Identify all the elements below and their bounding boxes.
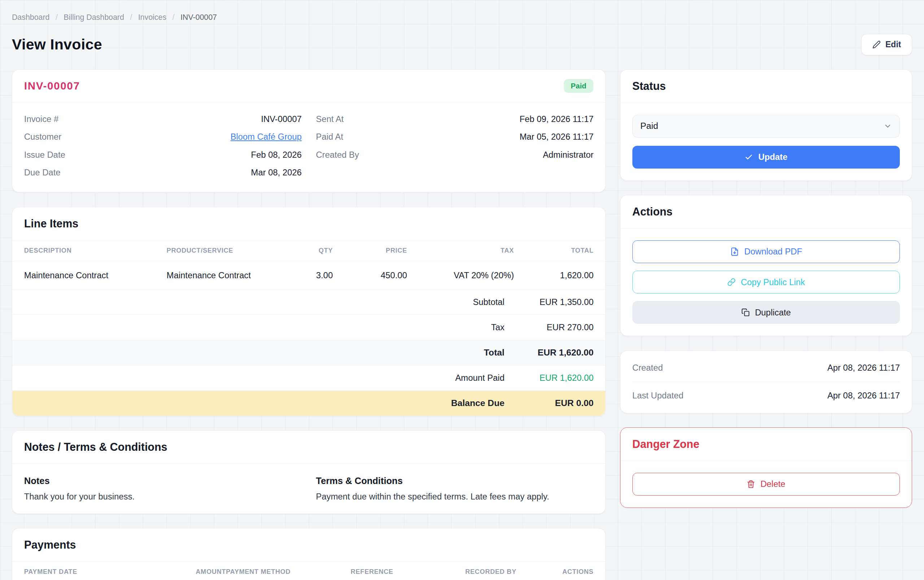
meta-value: Apr 08, 2026 11:17 xyxy=(827,391,900,400)
check-icon xyxy=(744,153,753,161)
summary-row: Balance Due EUR 0.00 xyxy=(12,391,605,416)
invoice-field-row: Sent At Feb 09, 2026 11:17 xyxy=(316,110,593,128)
invoice-summary-card: INV-00007 Paid Invoice # INV-00007 xyxy=(12,69,606,192)
danger-zone-body: Delete xyxy=(621,461,912,508)
column-header: Reference xyxy=(351,568,465,576)
view-invoice-page: DashboardBilling DashboardInvoicesINV-00… xyxy=(0,0,924,580)
line-items-body: Maintenance Contract Maintenance Contrac… xyxy=(12,261,605,290)
danger-zone-titlebar: Danger Zone xyxy=(621,428,912,461)
column-header: Actions xyxy=(546,568,594,576)
line-items-titlebar: Line Items xyxy=(12,207,605,241)
notes-card: Notes / Terms & Conditions Notes Thank y… xyxy=(12,430,606,514)
pencil-icon xyxy=(872,40,881,49)
invoice-status-badge: Paid xyxy=(564,79,594,92)
summary-value: EUR 1,620.00 xyxy=(505,373,594,383)
payments-title: Payments xyxy=(24,539,594,551)
terms-text: Payment due within the specified terms. … xyxy=(316,491,593,502)
danger-zone-card: Danger Zone Delete xyxy=(620,427,912,508)
invoice-fields-right: Sent At Feb 09, 2026 11:17 Paid At Mar 0… xyxy=(316,110,593,181)
notes-block: Notes Thank you for your business. xyxy=(24,476,302,502)
field-label: Issue Date xyxy=(24,150,65,160)
actions-card: Actions Download PDF Copy Public Link xyxy=(620,195,912,336)
invoice-field-row: Created By Administrator xyxy=(316,146,593,163)
meta-row: Created Apr 08, 2026 11:17 xyxy=(632,354,900,382)
link-icon xyxy=(727,278,736,286)
terms-block: Terms & Conditions Payment due within th… xyxy=(316,476,593,502)
duplicate-button[interactable]: Duplicate xyxy=(632,301,900,324)
invoice-field-row: Issue Date Feb 08, 2026 xyxy=(24,146,302,163)
page-title: View Invoice xyxy=(12,36,102,53)
notes-body: Notes Thank you for your business. Terms… xyxy=(12,464,605,514)
summary-value: EUR 1,350.00 xyxy=(505,297,594,307)
payments-titlebar: Payments xyxy=(12,528,605,562)
field-value: Feb 08, 2026 xyxy=(251,150,302,160)
line-item-total: 1,620.00 xyxy=(514,270,594,280)
column-header: Product/Service xyxy=(167,247,291,254)
meta-label: Created xyxy=(632,363,663,373)
status-select[interactable]: Paid xyxy=(632,115,900,137)
line-items-title: Line Items xyxy=(24,217,594,230)
meta-value: Apr 08, 2026 11:17 xyxy=(827,363,900,373)
invoice-card-header: INV-00007 Paid xyxy=(12,70,605,102)
chevron-down-icon xyxy=(884,122,892,130)
invoice-field-row: Customer Bloom Café Group xyxy=(24,128,302,146)
field-label: Due Date xyxy=(24,168,61,178)
column-header: Price xyxy=(333,247,407,254)
breadcrumb: DashboardBilling DashboardInvoicesINV-00… xyxy=(12,13,912,22)
column-header: Payment Date xyxy=(24,568,170,576)
invoice-field-row: Paid At Mar 05, 2026 11:17 xyxy=(316,128,593,146)
status-body: Paid Update xyxy=(621,103,912,180)
breadcrumb-item[interactable]: INV-00007 xyxy=(166,13,217,22)
summary-row: Subtotal EUR 1,350.00 xyxy=(12,290,605,315)
actions-body: Download PDF Copy Public Link Duplicate xyxy=(621,229,912,336)
line-item-row: Maintenance Contract Maintenance Contrac… xyxy=(12,261,605,290)
column-header: Tax xyxy=(407,247,514,254)
field-value: Administrator xyxy=(543,150,593,160)
edit-button-label: Edit xyxy=(885,40,901,49)
meta-card: Created Apr 08, 2026 11:17 Last Updated … xyxy=(620,351,912,413)
field-label: Customer xyxy=(24,132,61,142)
notes-card-title: Notes / Terms & Conditions xyxy=(24,441,594,453)
line-item-qty: 3.00 xyxy=(291,270,333,280)
summary-value: EUR 1,620.00 xyxy=(505,348,594,358)
breadcrumb-item[interactable]: Billing Dashboard xyxy=(49,13,124,22)
breadcrumb-item[interactable]: Dashboard xyxy=(12,13,50,22)
invoice-details: Invoice # INV-00007 Customer Bloom Café … xyxy=(12,102,605,192)
terms-label: Terms & Conditions xyxy=(316,476,593,486)
download-pdf-label: Download PDF xyxy=(744,247,802,257)
column-header: Recorded By xyxy=(465,568,546,576)
summary-label: Tax xyxy=(491,322,505,333)
summary-label: Amount Paid xyxy=(455,373,505,383)
field-label: Invoice # xyxy=(24,114,58,124)
danger-zone-title: Danger Zone xyxy=(632,438,900,450)
line-item-price: 450.00 xyxy=(333,270,407,280)
summary-row: Amount Paid EUR 1,620.00 xyxy=(12,366,605,391)
meta-rows: Created Apr 08, 2026 11:17 Last Updated … xyxy=(621,351,912,413)
status-titlebar: Status xyxy=(621,70,912,103)
edit-button[interactable]: Edit xyxy=(861,34,912,55)
summary-row: Total EUR 1,620.00 xyxy=(12,340,605,366)
copy-public-link-button[interactable]: Copy Public Link xyxy=(632,271,900,293)
notes-titlebar: Notes / Terms & Conditions xyxy=(12,430,605,464)
update-button[interactable]: Update xyxy=(632,146,900,168)
delete-invoice-button[interactable]: Delete xyxy=(632,473,900,496)
summary-value: EUR 0.00 xyxy=(505,398,594,408)
meta-label: Last Updated xyxy=(632,391,684,400)
field-value: Mar 05, 2026 11:17 xyxy=(519,132,593,142)
column-header: Amount xyxy=(170,568,226,576)
invoice-field-row: Invoice # INV-00007 xyxy=(24,110,302,128)
field-label: Created By xyxy=(316,150,359,160)
breadcrumb-item[interactable]: Invoices xyxy=(124,13,166,22)
copy-public-link-label: Copy Public Link xyxy=(741,277,805,287)
actions-title: Actions xyxy=(632,205,900,218)
invoice-number: INV-00007 xyxy=(24,80,80,92)
field-label: Sent At xyxy=(316,114,344,124)
invoice-fields-left: Invoice # INV-00007 Customer Bloom Café … xyxy=(24,110,302,181)
customer-link[interactable]: Bloom Café Group xyxy=(230,132,301,142)
status-card: Status Paid Update xyxy=(620,69,912,180)
notes-text: Thank you for your business. xyxy=(24,491,302,502)
download-pdf-button[interactable]: Download PDF xyxy=(632,241,900,263)
line-item-product: Maintenance Contract xyxy=(167,270,291,280)
payments-card: Payments Payment DateAmountPayment Metho… xyxy=(12,528,606,580)
summary-label: Total xyxy=(484,348,505,358)
